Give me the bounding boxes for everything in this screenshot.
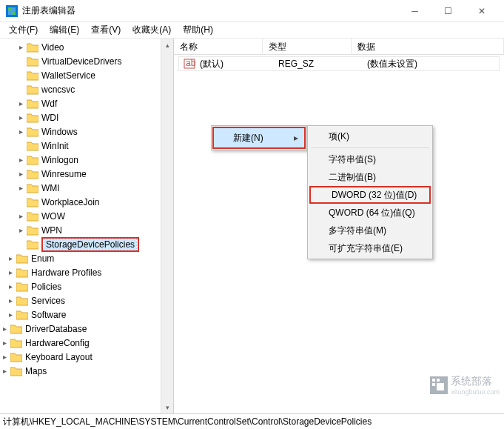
watermark: 系统部落 xitongbuluo.com	[430, 375, 500, 396]
watermark-sub: xitongbuluo.com	[451, 388, 500, 396]
tree-item[interactable]: ▸WDI	[0, 110, 173, 124]
string-value-icon: ab	[184, 59, 195, 69]
svg-rect-8	[437, 383, 444, 390]
tree-item[interactable]: ▸Wdf	[0, 96, 173, 110]
value-name: (默认)	[200, 58, 278, 70]
value-type: REG_SZ	[278, 59, 367, 69]
tree-item[interactable]: WorkplaceJoin	[0, 195, 173, 209]
status-path: 计算机\HKEY_LOCAL_MACHINE\SYSTEM\CurrentCon…	[3, 416, 372, 428]
tree-item[interactable]: ▸WPN	[0, 223, 173, 237]
tree-item[interactable]: wcncsvc	[0, 82, 173, 96]
tree-scrollbar[interactable]: ▴ ▾	[161, 39, 173, 413]
svg-rect-6	[437, 379, 440, 382]
app-icon	[6, 5, 18, 17]
window-title: 注册表编辑器	[22, 4, 398, 17]
column-header-name[interactable]: 名称	[174, 39, 263, 54]
tree-item[interactable]: ▸Software	[0, 307, 173, 322]
minimize-button[interactable]: ─	[398, 0, 431, 22]
submenu-separator	[311, 147, 429, 148]
column-header-data[interactable]: 数据	[352, 39, 504, 54]
svg-rect-1	[8, 7, 11, 10]
tree-item[interactable]: VirtualDeviceDrivers	[0, 54, 173, 68]
tree-item[interactable]: ▸Services	[0, 293, 173, 307]
tree-item[interactable]: ▸WOW	[0, 209, 173, 223]
submenu-qword[interactable]: QWORD (64 位)值(Q)	[308, 204, 432, 222]
svg-rect-2	[13, 12, 16, 15]
svg-rect-7	[432, 383, 435, 386]
tree-item[interactable]: ▸Hardware Profiles	[0, 265, 173, 279]
menu-favorites[interactable]: 收藏夹(A)	[127, 22, 177, 38]
list-panel: 名称 类型 数据 ab (默认) REG_SZ (数值未设置) 新建(N) ▸ …	[174, 39, 504, 413]
context-menu: 新建(N) ▸	[211, 125, 307, 150]
tree-item[interactable]: HardwareConfig	[25, 338, 90, 348]
tree-item[interactable]: WalletService	[0, 68, 173, 82]
statusbar: 计算机\HKEY_LOCAL_MACHINE\SYSTEM\CurrentCon…	[0, 413, 504, 429]
menu-view[interactable]: 查看(V)	[85, 22, 127, 38]
tree-item[interactable]: ▸Winlogon	[0, 153, 173, 167]
menu-file[interactable]: 文件(F)	[3, 22, 44, 38]
tree-item[interactable]: DriverDatabase	[25, 324, 87, 334]
context-new[interactable]: 新建(N) ▸	[214, 128, 304, 147]
menu-help[interactable]: 帮助(H)	[177, 22, 219, 38]
scroll-down-icon[interactable]: ▾	[161, 401, 174, 413]
svg-text:ab: ab	[186, 59, 195, 68]
tree-item[interactable]: ▸Winresume	[0, 167, 173, 181]
tree-item[interactable]: Keyboard Layout	[25, 352, 93, 362]
tree-item-selected[interactable]: StorageDevicePolicies	[0, 237, 173, 251]
submenu-arrow-icon: ▸	[294, 133, 298, 143]
submenu-dword[interactable]: DWORD (32 位)值(D)	[309, 186, 431, 204]
maximize-button[interactable]: ☐	[431, 0, 465, 22]
menu-edit[interactable]: 编辑(E)	[44, 22, 85, 38]
submenu-string[interactable]: 字符串值(S)	[308, 150, 432, 168]
scroll-up-icon[interactable]: ▴	[161, 39, 174, 51]
tree-item[interactable]: ▸Enum	[0, 251, 173, 265]
submenu-key[interactable]: 项(K)	[308, 127, 432, 145]
submenu-binary[interactable]: 二进制值(B)	[308, 168, 432, 186]
submenu-multistring[interactable]: 多字符串值(M)	[308, 222, 432, 239]
close-button[interactable]: ✕	[465, 0, 498, 22]
context-new-label: 新建(N)	[233, 132, 263, 144]
submenu-expandstring[interactable]: 可扩充字符串值(E)	[308, 239, 432, 257]
watermark-text: 系统部落	[451, 375, 500, 388]
tree-item[interactable]: ▸Video	[0, 40, 173, 54]
tree-panel: ▸Video VirtualDeviceDrivers WalletServic…	[0, 39, 174, 413]
value-data: (数值未设置)	[367, 58, 499, 70]
tree-item[interactable]: ▸Windows	[0, 124, 173, 139]
tree-item[interactable]: ▸Policies	[0, 279, 173, 293]
tree-item[interactable]: WinInit	[0, 139, 173, 153]
new-submenu: 项(K) 字符串值(S) 二进制值(B) DWORD (32 位)值(D) QW…	[307, 125, 433, 259]
svg-rect-5	[432, 379, 435, 382]
value-row[interactable]: ab (默认) REG_SZ (数值未设置)	[178, 56, 500, 71]
menubar: 文件(F) 编辑(E) 查看(V) 收藏夹(A) 帮助(H)	[0, 22, 504, 39]
watermark-icon	[430, 376, 448, 394]
column-header-type[interactable]: 类型	[263, 39, 352, 54]
tree-item[interactable]: Maps	[25, 366, 47, 376]
tree-item[interactable]: ▸WMI	[0, 181, 173, 195]
titlebar: 注册表编辑器 ─ ☐ ✕	[0, 0, 504, 22]
